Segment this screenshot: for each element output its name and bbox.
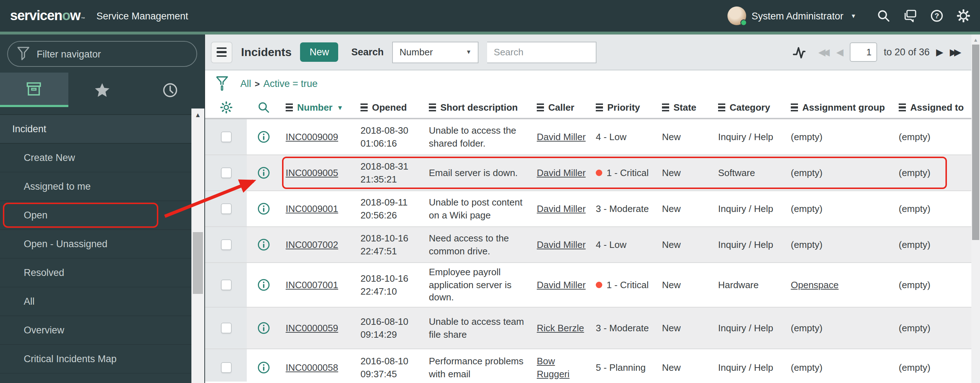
column-menu-icon[interactable] bbox=[361, 103, 368, 111]
column-menu-icon[interactable] bbox=[596, 103, 603, 111]
row-checkbox[interactable] bbox=[221, 131, 231, 142]
avatar[interactable] bbox=[727, 6, 746, 25]
list-personalize-gear-icon[interactable] bbox=[220, 101, 232, 114]
incident-row[interactable]: INC0009001 2018-09-11 20:56:26 Unable to… bbox=[205, 191, 980, 227]
incident-number-link[interactable]: INC0009005 bbox=[286, 167, 338, 178]
gear-icon[interactable] bbox=[957, 9, 970, 22]
previous-page-button[interactable]: ◀ bbox=[836, 47, 843, 57]
incident-row[interactable]: INC0007002 2018-10-16 22:47:51 Need acce… bbox=[205, 227, 980, 263]
sidebar-item-critical-incidents-map[interactable]: Critical Incidents Map bbox=[0, 345, 204, 374]
help-icon[interactable]: ? bbox=[930, 9, 943, 22]
scroll-up-arrow-icon[interactable]: ▲ bbox=[971, 35, 980, 43]
column-header-short-description[interactable]: Short description bbox=[423, 102, 531, 113]
caller-link[interactable]: David Miller bbox=[537, 131, 586, 142]
user-menu[interactable]: System Administrator ▼ bbox=[727, 6, 856, 25]
column-search-icon[interactable] bbox=[257, 101, 269, 114]
incident-row[interactable]: INC0000059 2016-08-10 09:14:29 Unable to… bbox=[205, 307, 980, 349]
page-number-input[interactable] bbox=[850, 43, 877, 62]
sidebar-item-assigned-to-me[interactable]: Assigned to me bbox=[0, 173, 204, 201]
incident-number-link[interactable]: INC0007002 bbox=[286, 239, 338, 250]
breadcrumb-all[interactable]: All bbox=[240, 78, 251, 89]
caller-link[interactable]: David Miller bbox=[537, 279, 586, 290]
record-preview-icon[interactable] bbox=[257, 203, 269, 215]
global-search-icon[interactable] bbox=[877, 9, 890, 22]
sidebar-scroll-thumb[interactable] bbox=[193, 232, 203, 294]
column-header-number[interactable]: Number ▼ bbox=[280, 102, 355, 113]
column-menu-icon[interactable] bbox=[662, 103, 669, 111]
filter-icon[interactable] bbox=[216, 76, 228, 91]
sidebar-item-resolved[interactable]: Resolved bbox=[0, 259, 204, 287]
sidebar-item-create-new[interactable]: Create New bbox=[0, 144, 204, 173]
incident-number-link[interactable]: INC0009009 bbox=[286, 131, 338, 142]
cell-assignment-group: (empty) bbox=[785, 361, 893, 374]
column-header-caller[interactable]: Caller bbox=[531, 102, 590, 113]
record-preview-icon[interactable] bbox=[257, 361, 269, 374]
sidebar-scrollbar[interactable]: ▲ bbox=[191, 109, 204, 383]
column-header-priority[interactable]: Priority bbox=[590, 102, 656, 113]
cell-category: Inquiry / Help bbox=[712, 238, 785, 251]
cell-assignment-group: (empty) bbox=[785, 321, 893, 334]
incident-number-link[interactable]: INC0009001 bbox=[286, 203, 338, 214]
record-preview-icon[interactable] bbox=[257, 322, 269, 334]
connect-chat-icon[interactable] bbox=[904, 9, 917, 22]
cell-priority: 4 - Low bbox=[590, 238, 656, 251]
record-preview-icon[interactable] bbox=[257, 167, 269, 179]
caller-link[interactable]: David Miller bbox=[537, 167, 586, 178]
caller-link[interactable]: Rick Berzle bbox=[537, 322, 584, 333]
sidebar-item-open[interactable]: Open bbox=[0, 201, 204, 230]
column-menu-icon[interactable] bbox=[791, 103, 798, 111]
column-menu-icon[interactable] bbox=[899, 103, 906, 111]
incident-number-link[interactable]: INC0000058 bbox=[286, 362, 338, 373]
row-checkbox[interactable] bbox=[221, 239, 231, 250]
row-checkbox[interactable] bbox=[221, 323, 231, 334]
list-scroll-thumb[interactable] bbox=[972, 44, 979, 240]
incident-row[interactable]: INC0007001 2018-10-16 22:47:10 Employee … bbox=[205, 263, 980, 307]
filter-navigator-input[interactable] bbox=[7, 41, 197, 67]
column-menu-icon[interactable] bbox=[429, 103, 436, 111]
incident-number-link[interactable]: INC0007001 bbox=[286, 279, 338, 290]
first-page-button[interactable]: ◀◀ bbox=[818, 47, 830, 57]
record-preview-icon[interactable] bbox=[257, 279, 269, 291]
activity-stream-icon[interactable] bbox=[793, 45, 809, 59]
incident-number-link[interactable]: INC0000059 bbox=[286, 322, 338, 333]
row-checkbox[interactable] bbox=[221, 362, 231, 373]
sidebar-item-overview[interactable]: Overview bbox=[0, 316, 204, 345]
record-preview-icon[interactable] bbox=[257, 131, 269, 143]
breadcrumb-active-filter[interactable]: Active = true bbox=[263, 78, 318, 89]
column-header-opened[interactable]: Opened bbox=[355, 102, 423, 113]
tab-history[interactable] bbox=[136, 73, 204, 107]
column-label: Caller bbox=[548, 102, 574, 113]
incident-row[interactable]: INC0009009 2018-08-30 01:06:16 Unable to… bbox=[205, 119, 980, 155]
breadcrumb-bar: All > Active = true bbox=[205, 70, 980, 97]
row-checkbox[interactable] bbox=[221, 280, 231, 290]
servicenow-logo[interactable]: servicenow™ bbox=[10, 8, 85, 24]
column-menu-icon[interactable] bbox=[718, 103, 725, 111]
column-header-assigned-to[interactable]: Assigned to bbox=[893, 102, 980, 113]
new-button[interactable]: New bbox=[300, 43, 338, 62]
scroll-up-arrow-icon[interactable]: ▲ bbox=[191, 109, 204, 119]
search-field-select[interactable]: Number ▼ bbox=[393, 41, 479, 63]
row-checkbox[interactable] bbox=[221, 203, 231, 214]
tab-all-applications[interactable] bbox=[0, 73, 68, 107]
sidebar-section-incident[interactable]: Incident bbox=[0, 115, 204, 144]
incident-row[interactable]: INC0000058 2016-08-10 09:37:45 Performan… bbox=[205, 349, 980, 381]
caller-link[interactable]: David Miller bbox=[537, 239, 586, 250]
record-preview-icon[interactable] bbox=[257, 239, 269, 251]
next-page-button[interactable]: ▶ bbox=[936, 47, 943, 57]
incident-row[interactable]: INC0009005 2018-08-31 21:35:21 Email ser… bbox=[205, 155, 980, 191]
list-scrollbar[interactable]: ▲ bbox=[971, 35, 980, 383]
column-header-assignment-group[interactable]: Assignment group bbox=[785, 102, 893, 113]
column-header-state[interactable]: State bbox=[656, 102, 712, 113]
column-menu-icon[interactable] bbox=[286, 103, 293, 111]
row-checkbox[interactable] bbox=[221, 168, 231, 178]
column-menu-icon[interactable] bbox=[537, 103, 544, 111]
tab-favorites[interactable] bbox=[68, 73, 136, 107]
sidebar-item-all[interactable]: All bbox=[0, 287, 204, 316]
list-search-input[interactable] bbox=[487, 41, 597, 63]
caller-link[interactable]: Bow Ruggeri bbox=[537, 355, 570, 379]
caller-link[interactable]: David Miller bbox=[537, 203, 586, 214]
last-page-button[interactable]: ▶▶ bbox=[950, 47, 961, 57]
column-header-category[interactable]: Category bbox=[712, 102, 785, 113]
sidebar-item-open-unassigned[interactable]: Open - Unassigned bbox=[0, 230, 204, 259]
list-context-menu-button[interactable] bbox=[211, 41, 232, 63]
